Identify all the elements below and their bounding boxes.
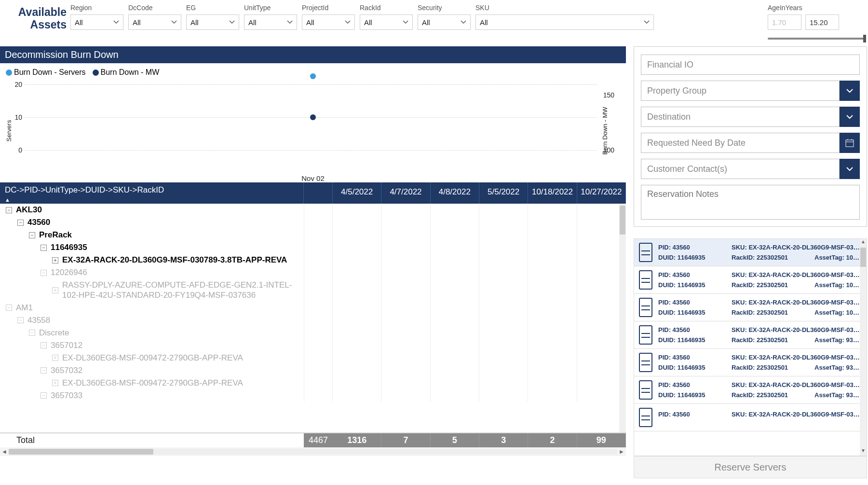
collapse-icon[interactable]: − — [6, 207, 12, 213]
scroll-left-icon[interactable]: ◄ — [0, 448, 9, 455]
property-group-select[interactable] — [641, 81, 840, 101]
tree-row[interactable]: − 43558 — [0, 314, 626, 327]
collapse-icon[interactable]: − — [29, 330, 35, 336]
card-duid: DUID: 11646935 — [658, 309, 726, 316]
vertical-scrollbar[interactable] — [619, 204, 626, 432]
card-sku: SKU: EX-32A-RACK-20-DL360G9-MSF-030789-3… — [732, 244, 862, 251]
customer-contacts-select[interactable] — [641, 159, 840, 179]
y2-axis-label: Burn Down - MW — [601, 107, 609, 154]
horizontal-scrollbar-thumb[interactable] — [9, 449, 153, 455]
property-group-chevron-icon[interactable] — [840, 81, 860, 101]
y-axis-label: Servers — [5, 120, 13, 141]
tree-row[interactable]: − 3657033 — [0, 389, 626, 402]
date-header[interactable]: 10/18/2022 — [528, 182, 577, 204]
asset-card[interactable]: PID: 43560 SKU: EX-32A-RACK-20-DL360G9-M… — [634, 349, 867, 376]
tree-row[interactable]: − AKL30 — [0, 204, 626, 216]
expand-icon[interactable]: + — [52, 287, 58, 293]
collapse-icon[interactable]: − — [6, 305, 12, 311]
data-point-servers[interactable] — [310, 73, 316, 79]
collapse-icon[interactable]: − — [41, 392, 47, 399]
date-header[interactable]: 10/27/2022 — [577, 182, 626, 204]
filter-select-dccode[interactable]: All — [128, 14, 181, 30]
tree-row[interactable]: + EX-32A-RACK-20-DL360G9-MSF-030789-3.8T… — [0, 254, 626, 266]
expand-icon[interactable]: + — [52, 355, 58, 361]
collapse-icon[interactable]: − — [41, 342, 47, 348]
tree-row[interactable]: − 3657012 — [0, 339, 626, 352]
date-header[interactable]: 4/5/2022 — [333, 182, 381, 204]
scroll-right-icon[interactable]: ► — [617, 448, 626, 455]
age-max-input[interactable] — [805, 14, 839, 30]
date-header[interactable]: 5/5/2022 — [479, 182, 528, 204]
tree-row[interactable]: + EX-DL360EG8-MSF-009472-2790GB-APP-REVA — [0, 377, 626, 389]
asset-cards-list[interactable]: PID: 43560 SKU: EX-32A-RACK-20-DL360G9-M… — [634, 238, 867, 456]
vertical-scrollbar-thumb[interactable] — [620, 206, 625, 235]
age-slider-thumb[interactable] — [863, 35, 866, 42]
data-point-mw[interactable] — [310, 114, 316, 120]
filter-select-sku[interactable]: All — [475, 14, 654, 30]
filter-select-rackid[interactable]: All — [360, 14, 413, 30]
card-asset: AssetTag: 10461291 — [814, 281, 862, 289]
page-title: Available Assets — [4, 4, 67, 31]
date-header[interactable]: 4/8/2022 — [431, 182, 479, 204]
cards-scroll-up-icon[interactable]: ▲ — [860, 239, 867, 247]
asset-card[interactable]: PID: 43560 SKU: EX-32A-RACK-20-DL360G9-M… — [634, 239, 867, 266]
tree-row[interactable]: + RASSY-DPLY-AZURE-COMPUTE-AFD-EDGE-GEN2… — [0, 279, 626, 302]
legend-item[interactable]: Burn Down - MW — [93, 68, 160, 77]
filter-label-rackid: RackId — [360, 4, 413, 12]
collapse-icon[interactable]: − — [41, 270, 47, 276]
total-row: Total 4467 1316 7 5 3 2 99 — [0, 433, 626, 447]
collapse-icon[interactable]: − — [29, 232, 35, 238]
card-pid: PID: 43560 — [658, 411, 726, 418]
cards-scrollbar[interactable]: ▲ ▼ — [860, 239, 867, 456]
filter-select-security[interactable]: All — [418, 14, 471, 30]
asset-card[interactable]: PID: 43560 SKU: EX-32A-RACK-20-DL360G9-M… — [634, 404, 867, 431]
tree-row[interactable]: − 11646935 — [0, 241, 626, 254]
destination-chevron-icon[interactable] — [840, 107, 860, 127]
filter-select-region[interactable]: All — [70, 14, 123, 30]
card-asset: AssetTag: 9300848 — [814, 364, 862, 371]
collapse-icon[interactable]: − — [17, 220, 24, 226]
tree-row[interactable]: − PreRack — [0, 229, 626, 241]
cards-scrollbar-thumb[interactable] — [860, 248, 866, 267]
collapse-icon[interactable]: − — [41, 245, 47, 251]
asset-card[interactable]: PID: 43560 SKU: EX-32A-RACK-20-DL360G9-M… — [634, 266, 867, 294]
asset-card[interactable]: PID: 43560 SKU: EX-32A-RACK-20-DL360G9-M… — [634, 321, 867, 349]
calendar-icon[interactable] — [840, 133, 860, 153]
age-min-input[interactable] — [768, 14, 801, 30]
collapse-icon[interactable]: − — [41, 367, 47, 374]
contacts-chevron-icon[interactable] — [840, 159, 860, 179]
filter-select-projectid[interactable]: All — [302, 14, 355, 30]
age-label: AgeInYears — [768, 4, 864, 12]
financial-io-input[interactable] — [641, 55, 860, 75]
legend-item[interactable]: Burn Down - Servers — [6, 68, 86, 77]
tree-row[interactable]: − AM1 — [0, 302, 626, 314]
tree-header[interactable]: DC->PID->UnitType->DUID->SKU->RackID ▲ — [0, 182, 304, 204]
reserve-servers-button[interactable]: Reserve Servers — [634, 456, 867, 478]
tree-label: AKL30 — [16, 205, 42, 215]
cards-scroll-down-icon[interactable]: ▼ — [860, 448, 867, 456]
filter-select-eg[interactable]: All — [186, 14, 239, 30]
asset-card[interactable]: PID: 43560 SKU: EX-32A-RACK-20-DL360G9-M… — [634, 294, 867, 321]
tree-row[interactable]: − 12026946 — [0, 266, 626, 279]
filter-select-unittype[interactable]: All — [244, 14, 297, 30]
card-rack: RackID: 225302501 — [732, 281, 809, 289]
asset-card[interactable]: PID: 43560 SKU: EX-32A-RACK-20-DL360G9-M… — [634, 376, 867, 404]
need-by-date-input[interactable] — [641, 133, 840, 153]
tree-row[interactable]: − 3657032 — [0, 364, 626, 377]
expand-icon[interactable]: + — [52, 380, 58, 386]
horizontal-scrollbar[interactable]: ◄ ► — [0, 447, 626, 456]
tree-label: EX-DL360EG8-MSF-009472-2790GB-APP-REVA — [62, 353, 243, 363]
tree-row[interactable]: − 43560 — [0, 216, 626, 229]
expand-icon[interactable]: + — [52, 257, 58, 263]
tree-row[interactable]: + EX-DL360EG8-MSF-009472-2790GB-APP-REVA — [0, 352, 626, 364]
collapse-icon[interactable]: − — [17, 317, 24, 323]
reservation-notes-textarea[interactable] — [641, 185, 860, 220]
tree-label: EX-32A-RACK-20-DL360G9-MSF-030789-3.8TB-… — [62, 255, 287, 265]
age-slider[interactable] — [768, 38, 864, 40]
tree-row[interactable]: − Discrete — [0, 327, 626, 339]
reservation-form — [634, 46, 867, 227]
date-header[interactable]: 4/7/2022 — [381, 182, 430, 204]
destination-select[interactable] — [641, 107, 840, 127]
card-duid: DUID: 11646935 — [658, 281, 726, 289]
table-body[interactable]: − AKL30 − 43560 − PreRack − 11646935 + E… — [0, 204, 626, 433]
